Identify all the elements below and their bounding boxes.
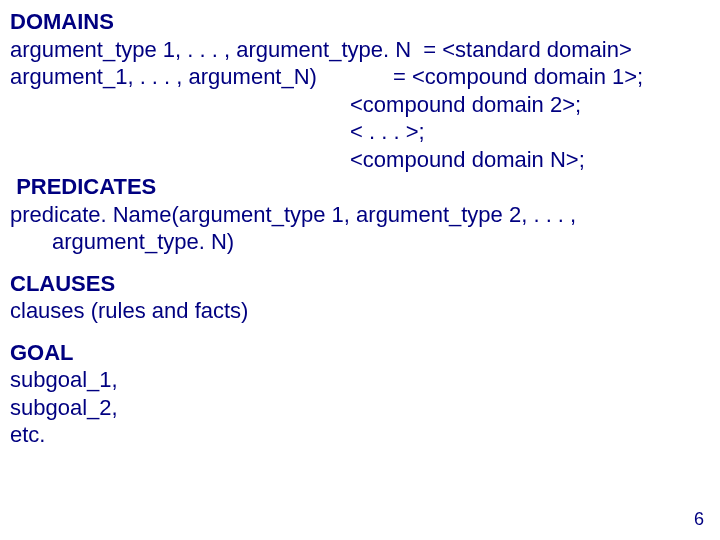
goal-line-3: etc. (10, 421, 710, 449)
predicates-line-2: argument_type. N) (10, 228, 710, 256)
domains-line1-right: = <standard domain> (423, 37, 632, 62)
predicates-line-1: predicate. Name(argument_type 1, argumen… (10, 201, 710, 229)
goal-section: GOAL subgoal_1, subgoal_2, etc. (10, 339, 710, 449)
clauses-heading: CLAUSES (10, 270, 710, 298)
domains-line2-left: argument_1, . . . , argument_N) (10, 64, 317, 89)
domains-line-3: <compound domain 2>; (10, 91, 710, 119)
domains-line-2: argument_1, . . . , argument_N) = <compo… (10, 63, 710, 91)
domains-section: DOMAINS argument_type 1, . . . , argumen… (10, 8, 710, 173)
clauses-line-1: clauses (rules and facts) (10, 297, 710, 325)
goal-line-1: subgoal_1, (10, 366, 710, 394)
domains-line2-right: = <compound domain 1>; (393, 64, 643, 89)
page-number: 6 (694, 508, 704, 531)
domains-line1-left: argument_type 1, . . . , argument_type. … (10, 37, 411, 62)
domains-line-1: argument_type 1, . . . , argument_type. … (10, 36, 710, 64)
domains-line-5: <compound domain N>; (10, 146, 710, 174)
slide-content: DOMAINS argument_type 1, . . . , argumen… (0, 0, 720, 540)
predicates-heading-text: PREDICATES (16, 174, 156, 199)
domains-line-4: < . . . >; (10, 118, 710, 146)
domains-heading: DOMAINS (10, 8, 710, 36)
predicates-section: PREDICATES predicate. Name(argument_type… (10, 173, 710, 256)
goal-heading: GOAL (10, 339, 710, 367)
goal-line-2: subgoal_2, (10, 394, 710, 422)
predicates-heading: PREDICATES (10, 173, 710, 201)
clauses-section: CLAUSES clauses (rules and facts) (10, 270, 710, 325)
